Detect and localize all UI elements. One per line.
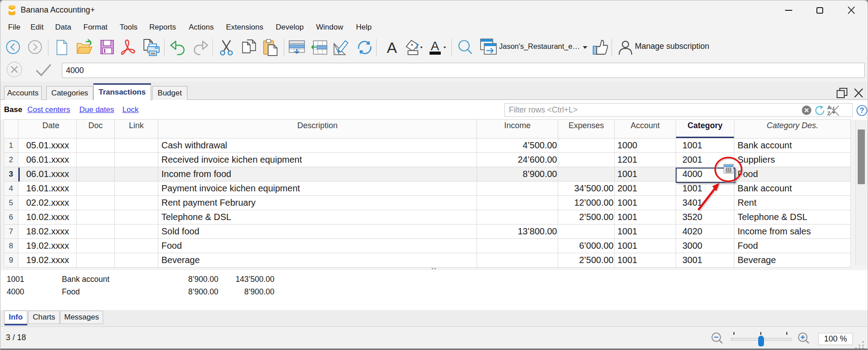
svg-text:A: A xyxy=(431,39,439,53)
svg-text:?: ? xyxy=(860,107,864,114)
